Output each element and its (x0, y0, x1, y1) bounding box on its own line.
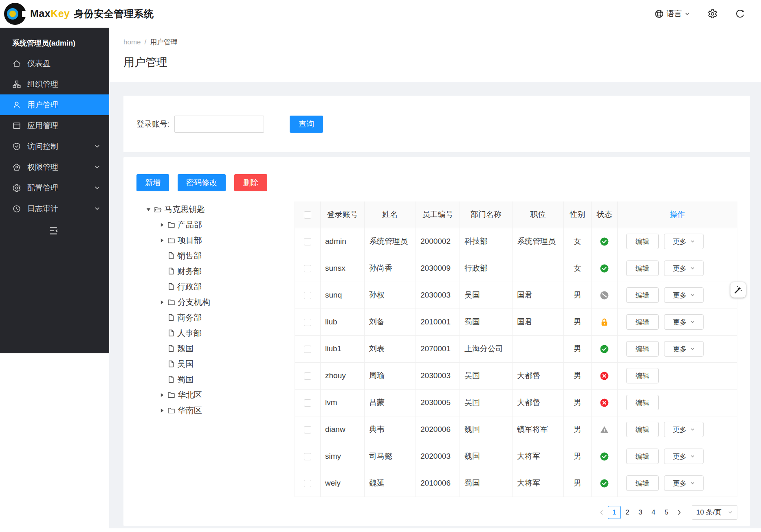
tree-node[interactable]: 蜀国 (123, 372, 280, 387)
table-header-row: 登录账号姓名员工编号部门名称职位性别状态操作 (295, 201, 737, 228)
tree-node[interactable]: 华南区 (123, 403, 280, 418)
tree-node[interactable]: 销售部 (123, 248, 280, 263)
tree-node[interactable]: 分支机构 (123, 294, 280, 310)
caret-right-icon[interactable] (156, 238, 167, 243)
sidebar-item-users[interactable]: 用户管理 (0, 94, 109, 115)
row-checkbox[interactable] (304, 265, 311, 272)
check-circle-icon (600, 237, 609, 246)
login-account-input[interactable] (174, 116, 264, 133)
cell-name: 典韦 (365, 416, 416, 443)
chevron-down-icon (684, 11, 690, 17)
sidebar-item-dashboard[interactable]: 仪表盘 (0, 53, 109, 74)
edit-button[interactable]: 编辑 (626, 422, 659, 437)
row-checkbox[interactable] (304, 480, 311, 487)
delete-button[interactable]: 删除 (234, 174, 267, 191)
language-switcher[interactable]: 语言 (654, 9, 690, 19)
edit-button[interactable]: 编辑 (626, 261, 659, 276)
tree-node[interactable]: 马克思钥匙 (123, 201, 280, 217)
sidebar-item-applications[interactable]: 应用管理 (0, 115, 109, 136)
edit-button[interactable]: 编辑 (626, 368, 659, 383)
cell-employee-id: 2030009 (416, 255, 460, 282)
tree-node-label: 产品部 (178, 219, 202, 230)
row-checkbox[interactable] (304, 399, 311, 407)
tree-node[interactable]: 吴国 (123, 356, 280, 372)
caret-down-icon[interactable] (143, 207, 154, 212)
cell-actions: 编辑更多 (618, 255, 737, 282)
edit-button[interactable]: 编辑 (626, 287, 659, 303)
tree-node[interactable]: 魏国 (123, 341, 280, 356)
sidebar-item-configuration[interactable]: 配置管理 (0, 177, 109, 198)
cell-name: 周瑜 (365, 362, 416, 389)
users-table-area: 登录账号姓名员工编号部门名称职位性别状态操作 admin系统管理员2000002… (280, 201, 750, 526)
caret-right-icon[interactable] (156, 392, 167, 398)
cell-status (592, 255, 618, 282)
tree-node[interactable]: 人事部 (123, 325, 280, 341)
more-button[interactable]: 更多 (664, 422, 704, 437)
row-checkbox[interactable] (304, 292, 311, 299)
add-button[interactable]: 新增 (136, 174, 169, 191)
settings-gear-icon[interactable] (707, 9, 718, 19)
next-page-icon[interactable] (673, 506, 685, 519)
logout-icon[interactable] (735, 9, 746, 19)
pagination: 1234510 条/页 (295, 505, 737, 520)
page-number-2[interactable]: 2 (621, 506, 634, 519)
tree-node[interactable]: 产品部 (123, 217, 280, 232)
tree-node[interactable]: 商务部 (123, 310, 280, 325)
page-number-1[interactable]: 1 (608, 506, 621, 519)
tree-node[interactable]: 项目部 (123, 232, 280, 248)
more-button[interactable]: 更多 (664, 475, 704, 491)
sidebar-item-organization[interactable]: 组织管理 (0, 74, 109, 94)
row-checkbox[interactable] (304, 426, 311, 433)
page-size-label: 10 条/页 (696, 508, 721, 517)
page-number-5[interactable]: 5 (660, 506, 673, 519)
language-label: 语言 (666, 9, 682, 19)
prev-page-icon[interactable] (596, 506, 608, 519)
more-button[interactable]: 更多 (664, 287, 704, 303)
change-password-button[interactable]: 密码修改 (178, 174, 226, 191)
edit-button[interactable]: 编辑 (626, 395, 659, 410)
row-checkbox[interactable] (304, 372, 311, 380)
row-checkbox[interactable] (304, 346, 311, 353)
caret-right-icon[interactable] (156, 408, 167, 413)
file-icon (167, 267, 175, 275)
breadcrumb-separator: / (145, 38, 147, 46)
more-button[interactable]: 更多 (664, 341, 704, 357)
page-number-4[interactable]: 4 (647, 506, 660, 519)
sidebar-item-access-control[interactable]: 访问控制 (0, 136, 109, 157)
page-size-select[interactable]: 10 条/页 (692, 505, 737, 520)
tree-node[interactable]: 行政部 (123, 279, 280, 294)
sidebar-item-label: 权限管理 (27, 162, 58, 173)
cell-department: 吴国 (460, 282, 512, 309)
edit-button[interactable]: 编辑 (626, 314, 659, 330)
row-checkbox[interactable] (304, 319, 311, 326)
page-number-3[interactable]: 3 (634, 506, 647, 519)
sidebar-item-permissions[interactable]: 权限管理 (0, 157, 109, 177)
cell-gender: 男 (564, 362, 592, 389)
more-button[interactable]: 更多 (664, 449, 704, 464)
sidebar-item-audit-log[interactable]: 日志审计 (0, 198, 109, 219)
edit-button[interactable]: 编辑 (626, 341, 659, 357)
chevron-down-icon (690, 266, 695, 271)
close-circle-icon (600, 372, 609, 380)
cell-position: 大都督 (512, 362, 564, 389)
tree-node[interactable]: 财务部 (123, 263, 280, 279)
chevron-down-icon (94, 164, 100, 170)
breadcrumb-home[interactable]: home (123, 38, 141, 46)
row-checkbox[interactable] (304, 238, 311, 245)
row-checkbox[interactable] (304, 453, 311, 460)
file-icon (167, 360, 175, 368)
edit-button[interactable]: 编辑 (626, 234, 659, 249)
select-all-checkbox[interactable] (304, 211, 311, 219)
more-button[interactable]: 更多 (664, 261, 704, 276)
shield-icon (12, 142, 21, 151)
more-button[interactable]: 更多 (664, 314, 704, 330)
caret-right-icon[interactable] (156, 300, 167, 305)
edit-button[interactable]: 编辑 (626, 449, 659, 464)
edit-button[interactable]: 编辑 (626, 475, 659, 491)
tree-node[interactable]: 华北区 (123, 387, 280, 403)
more-button[interactable]: 更多 (664, 234, 704, 249)
tree-node-label: 分支机构 (178, 297, 210, 308)
caret-right-icon[interactable] (156, 222, 167, 228)
query-button[interactable]: 查询 (290, 116, 323, 133)
menu-fold-icon[interactable] (48, 225, 59, 236)
